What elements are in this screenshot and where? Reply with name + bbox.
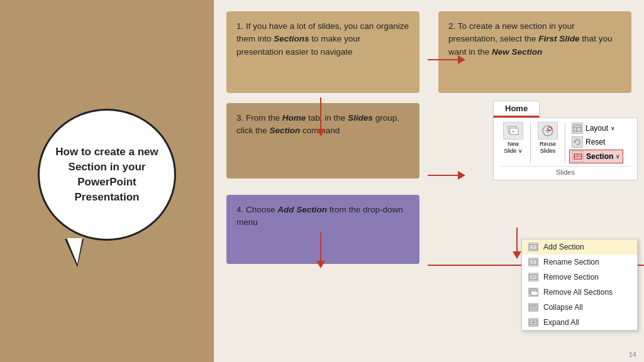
layout-item[interactable]: Layout ∨ <box>569 122 623 134</box>
arrow-line-v1 <box>320 97 321 129</box>
dropdown-collapse-all[interactable]: Collapse All <box>522 300 637 315</box>
reset-item[interactable]: Reset <box>569 136 623 148</box>
svg-marker-9 <box>574 141 576 143</box>
section-icon: ≡ <box>572 151 584 162</box>
layout-label: Layout <box>586 124 608 133</box>
svg-text:+: + <box>512 129 514 134</box>
arrow-step1-to-step3 <box>316 97 325 136</box>
collapse-all-label: Collapse All <box>543 303 583 312</box>
svg-text:+: + <box>549 128 551 131</box>
remove-section-icon <box>528 273 538 282</box>
expand-all-icon <box>528 318 538 327</box>
arrow-line-v3 <box>516 228 518 251</box>
arrow-ribbon-to-dropdown <box>513 228 521 259</box>
arrow-line-h2 <box>428 175 458 176</box>
reset-label: Reset <box>586 138 605 146</box>
dropdown-add-section[interactable]: + Add Section <box>522 239 637 255</box>
svg-text:≡: ≡ <box>577 153 579 156</box>
speech-bubble-text: How to create a new Section in your Powe… <box>52 145 162 204</box>
left-panel: How to create a new Section in your Powe… <box>0 0 214 362</box>
section-item[interactable]: ≡ Section ∨ <box>569 150 623 163</box>
svg-text:A: A <box>532 260 535 264</box>
ribbon-divider2 <box>565 122 565 163</box>
arrow-head-v2 <box>316 261 325 268</box>
arrow-step3-to-step4 <box>316 233 325 268</box>
arrow-head-v3 <box>513 251 521 259</box>
arrow-head-h2 <box>458 171 465 180</box>
arrow-step3-to-ribbon <box>428 171 465 180</box>
right-panel: 1. If you have a lot of slides, you can … <box>214 0 644 362</box>
ribbon-area: Home + NewSlide ∨ + ReuseSlides <box>493 101 638 180</box>
svg-rect-21 <box>530 305 537 310</box>
section-chevron: ∨ <box>616 153 620 160</box>
page-number: 14 <box>629 351 636 358</box>
dropdown-expand-all[interactable]: Expand All <box>522 315 637 330</box>
step1-text: 1. If you have a lot of slides, you can … <box>236 21 409 57</box>
arrow-line-h1 <box>428 59 458 60</box>
ribbon-buttons-row: + NewSlide ∨ + ReuseSlides <box>500 122 631 163</box>
rename-section-icon: A <box>528 258 538 266</box>
ribbon-right-col: Layout ∨ Reset ≡ Section ∨ <box>569 122 623 163</box>
arrow-step1-to-step2 <box>428 55 465 64</box>
arrow-head-v1 <box>316 129 325 136</box>
slides-group-label: Slides <box>500 166 631 176</box>
arrow-head-h1 <box>458 55 465 64</box>
add-section-icon: + <box>528 243 538 251</box>
ribbon-box: + NewSlide ∨ + ReuseSlides <box>493 118 638 180</box>
ribbon-divider1 <box>530 122 531 163</box>
dropdown-remove-all-sections[interactable]: Remove All Sections <box>522 285 637 300</box>
section-dropdown: + Add Section A Rename Section Remove Se… <box>521 239 638 331</box>
arrow-line-v2 <box>320 233 321 261</box>
layout-chevron: ∨ <box>611 125 615 131</box>
step2-box: 2. To create a new section in your prese… <box>438 11 631 93</box>
step2-text: 2. To create a new section in your prese… <box>448 21 612 57</box>
svg-text:+: + <box>532 244 535 249</box>
section-label: Section <box>586 152 613 161</box>
rename-section-label: Rename Section <box>543 258 599 266</box>
svg-rect-6 <box>574 125 581 131</box>
new-slide-button[interactable]: + NewSlide ∨ <box>500 122 526 155</box>
expand-all-label: Expand All <box>543 318 579 327</box>
remove-section-label: Remove Section <box>543 273 599 282</box>
reset-icon <box>572 136 583 148</box>
step1-box: 1. If you have a lot of slides, you can … <box>226 11 419 93</box>
home-tab[interactable]: Home <box>493 101 540 118</box>
remove-all-label: Remove All Sections <box>543 288 613 297</box>
step4-text: 4. Choose Add Section from the drop-down… <box>236 205 403 227</box>
speech-bubble: How to create a new Section in your Powe… <box>38 109 176 241</box>
layout-icon <box>572 123 583 134</box>
remove-all-icon <box>528 288 538 297</box>
new-slide-icon: + <box>503 122 523 140</box>
reuse-slides-label: ReuseSlides <box>540 141 556 155</box>
reuse-slides-icon: + <box>538 122 558 140</box>
dropdown-rename-section[interactable]: A Rename Section <box>522 255 637 270</box>
new-slide-label: NewSlide ∨ <box>504 141 523 155</box>
reuse-slides-button[interactable]: + ReuseSlides <box>535 122 561 155</box>
svg-rect-20 <box>531 291 538 295</box>
collapse-all-icon <box>528 303 538 312</box>
add-section-label: Add Section <box>543 243 584 251</box>
dropdown-remove-section[interactable]: Remove Section <box>522 270 637 285</box>
